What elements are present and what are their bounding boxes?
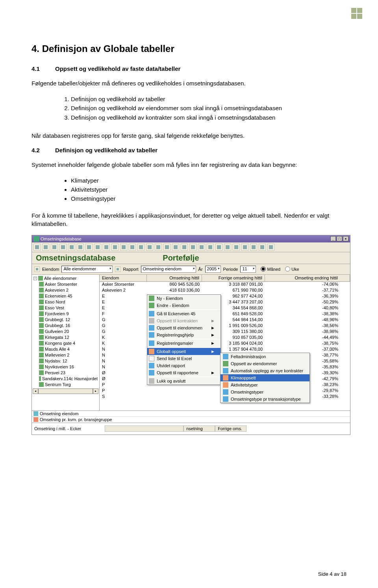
toolbar-icon[interactable] xyxy=(137,244,145,251)
submenu-item[interactable]: Aktivitetstyper xyxy=(220,381,309,388)
toolbar-icon[interactable] xyxy=(198,244,205,251)
toolbar-icon[interactable] xyxy=(129,244,136,251)
maximize-button[interactable]: □ xyxy=(337,236,342,241)
submenu-item[interactable]: Oppsett av eiendommer xyxy=(220,360,309,367)
toolbar-icon[interactable] xyxy=(42,244,49,251)
toolbar-icon[interactable] xyxy=(241,244,248,251)
table-row[interactable]: K7 438,003 185 904 024,00-38,75% xyxy=(100,341,350,347)
col-omsetning[interactable]: Omsetning hittil xyxy=(147,275,202,281)
context-menu-item[interactable]: Oppsett til eiendommen▶ xyxy=(147,324,220,331)
toolbar-icon[interactable] xyxy=(250,244,257,251)
tree-item[interactable]: Sentrum Torg xyxy=(38,382,98,388)
table-row[interactable]: N4 338,001 357 904 478,00-37,00% xyxy=(100,347,350,353)
toolbar-icon[interactable] xyxy=(94,244,101,251)
tree-item[interactable]: Persvei 23 xyxy=(38,370,98,376)
context-menu-item[interactable]: Lukk og avslutt xyxy=(147,377,220,385)
context-menu[interactable]: Ny - EiendomEndre - EiendomGå til Eckerv… xyxy=(147,294,221,385)
toolbar-icon[interactable] xyxy=(146,244,153,251)
submenu-item[interactable]: Klimaoppsett xyxy=(220,374,309,381)
toolbar-icon[interactable] xyxy=(267,244,274,251)
table-row[interactable]: E2 084,00962 977 424,00-36,39% xyxy=(100,294,350,300)
toolbar-icon[interactable] xyxy=(163,244,170,251)
tree-item[interactable]: Grubbegt. 12 xyxy=(38,317,98,323)
tree-item[interactable]: Eckerveien 45 xyxy=(38,293,98,299)
table-row[interactable]: K2 336,00910 857 035,00-44,49% xyxy=(100,335,350,341)
toolbar-icon[interactable] xyxy=(224,244,231,251)
tree-item[interactable]: Askeveien 2 xyxy=(38,287,98,293)
table-row[interactable]: E6 890,003 447 373 207,00-50,29% xyxy=(100,300,350,305)
context-menu-item[interactable]: Ny - Eiendom xyxy=(147,295,220,302)
table-row[interactable]: F9 832,00651 849 528,00-38,38% xyxy=(100,311,350,317)
context-menu-item[interactable]: Send liste til Excel xyxy=(147,355,220,362)
scroll-left-icon[interactable]: ◂ xyxy=(33,388,38,394)
col-forrige[interactable]: Forrige omsetning hittil xyxy=(202,275,265,281)
toolbar-icon[interactable] xyxy=(215,244,222,251)
table-row[interactable]: Askeveien 2418 610 336,00671 990 780,00-… xyxy=(100,288,350,294)
uke-radio[interactable]: Uke xyxy=(285,266,299,272)
context-menu-item[interactable]: Registreringsghjelp▶ xyxy=(147,331,220,338)
collapse-icon[interactable]: − xyxy=(33,277,37,280)
submenu-item[interactable]: Automatisk opplegg av nye kontrakter xyxy=(220,367,309,374)
toolbar-icon[interactable] xyxy=(155,244,162,251)
submenu-item[interactable]: Omsetningstype pr transaksjonstype xyxy=(220,396,309,403)
toolbar-icon[interactable] xyxy=(259,244,266,251)
tree-item[interactable]: Grubbegt. 16 xyxy=(38,323,98,329)
toolbar-icon[interactable] xyxy=(233,244,240,251)
tree-item[interactable]: Nydalsv. 12 xyxy=(38,358,98,364)
tree-item[interactable]: Esso Vest xyxy=(38,305,98,311)
tree-item[interactable]: Asker Storsenter xyxy=(38,281,98,287)
submenu-item[interactable]: Omsetningstyper xyxy=(220,388,309,396)
toolbar-icon[interactable] xyxy=(207,244,214,251)
toolbar-icon[interactable] xyxy=(181,244,188,251)
eiendom-combo[interactable]: Alle eiendommer xyxy=(61,266,113,273)
toolbar-icon[interactable] xyxy=(103,244,110,251)
tree-item[interactable]: Fjordveien 9 xyxy=(38,311,98,317)
toolbar-icon[interactable] xyxy=(68,244,75,251)
bottom-tab[interactable]: Omsetning pr. kvm. pr. bransjegruppe xyxy=(32,417,350,423)
context-menu-item[interactable]: Gå til Eckerveien 45 xyxy=(147,310,220,317)
tree-item[interactable]: Sandakerv.114c Havnajordet xyxy=(38,376,98,382)
table-row[interactable]: G9 258,00309 115 380,00-38,98% xyxy=(100,329,350,335)
tree-item[interactable]: Kongens gate 4 xyxy=(38,340,98,346)
tree-root[interactable]: − Alle eiendommer xyxy=(33,276,98,281)
bottom-tab[interactable]: Omsetning eiendom xyxy=(32,411,350,417)
toolbar-icon[interactable] xyxy=(172,244,179,251)
context-menu-item[interactable]: Endre - Eiendom xyxy=(147,302,220,309)
context-menu-item[interactable]: Utvidet rapport xyxy=(147,362,220,369)
toolbar-icon[interactable] xyxy=(189,244,196,251)
close-button[interactable]: × xyxy=(343,236,348,241)
submenu-item[interactable]: Feltadministrasjon xyxy=(220,353,309,360)
tree-hscrollbar[interactable]: ◂ ▸ xyxy=(33,388,98,394)
minimize-button[interactable]: _ xyxy=(330,236,336,241)
toolbar-icon[interactable] xyxy=(51,244,58,251)
eiendom-tree[interactable]: − Alle eiendommer Asker StorsenterAskeve… xyxy=(32,275,100,410)
col-eiendom[interactable]: Eiendom xyxy=(100,275,147,281)
context-menu-item[interactable]: Oppsett til rapportene▶ xyxy=(147,369,220,376)
table-row[interactable]: Asker Storsenter860 945 526,003 318 887 … xyxy=(100,282,350,288)
maaned-radio[interactable]: Måned xyxy=(261,266,280,272)
toolbar-icon[interactable] xyxy=(85,244,93,251)
context-submenu[interactable]: FeltadministrasjonOppsett av eiendommerA… xyxy=(220,353,310,403)
tree-item[interactable]: Mølleveien 2 xyxy=(38,352,98,358)
toolbar-icon[interactable] xyxy=(33,244,41,251)
col-endring[interactable]: Omseting endring hittil xyxy=(265,275,350,281)
scroll-right-icon[interactable]: ▸ xyxy=(93,388,98,394)
context-menu-item[interactable]: Registreringsmaler▶ xyxy=(147,340,220,347)
periode-combo[interactable]: 11 xyxy=(240,266,256,273)
aar-combo[interactable]: 2005 xyxy=(205,266,221,273)
toolbar-icon[interactable] xyxy=(59,244,67,251)
context-menu-item[interactable]: Oppsett til kontrakten▶ xyxy=(147,317,220,324)
tree-item[interactable]: Kirkegata 12 xyxy=(38,335,98,340)
toolbar-icon[interactable] xyxy=(120,244,127,251)
tree-item[interactable]: Nyviksveien 16 xyxy=(38,364,98,370)
table-row[interactable]: E9 368,00344 554 868,00-40,80% xyxy=(100,305,350,311)
table-row[interactable]: G6 546,00544 984 154,00-48,96% xyxy=(100,317,350,323)
rapport-combo[interactable]: Omsetning eiendom xyxy=(141,266,196,273)
toolbar-icon[interactable] xyxy=(111,244,119,251)
toolbar-icon[interactable] xyxy=(77,244,84,251)
tree-item[interactable]: Gullveien 20 xyxy=(38,329,98,335)
tree-item[interactable]: Esso Nord xyxy=(38,299,98,305)
context-menu-item[interactable]: Globalt oppsett▶ xyxy=(147,348,220,355)
tree-item[interactable]: Mauds Alle 4 xyxy=(38,346,98,352)
table-row[interactable]: G5 988,001 991 009 526,00-38,56% xyxy=(100,323,350,329)
